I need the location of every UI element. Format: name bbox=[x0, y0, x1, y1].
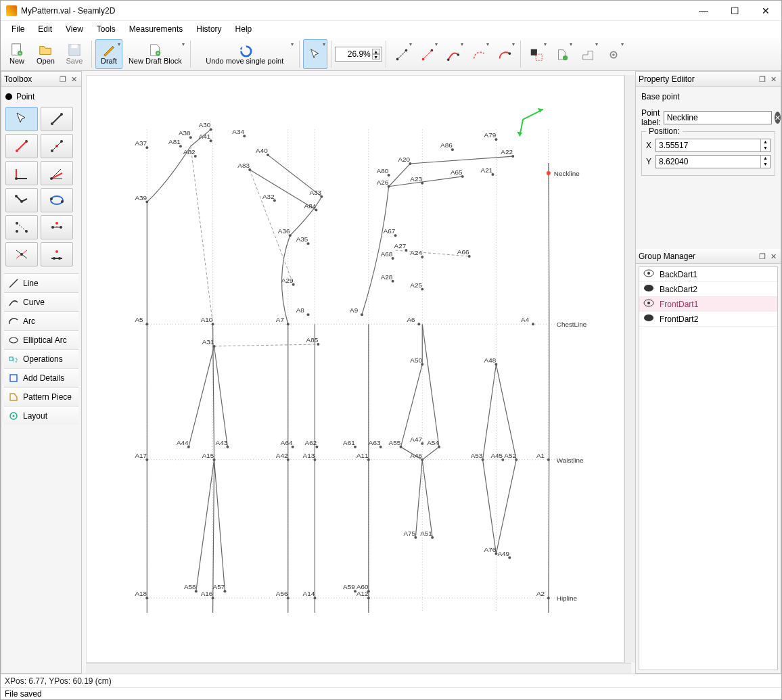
x-input[interactable] bbox=[659, 141, 760, 150]
svg-line-21 bbox=[52, 114, 62, 124]
tool-shoulder[interactable] bbox=[5, 188, 38, 212]
menu-file[interactable]: File bbox=[5, 22, 31, 36]
svg-text:A67: A67 bbox=[384, 227, 396, 235]
visibility-icon[interactable] bbox=[643, 314, 654, 324]
minimize-button[interactable]: — bbox=[688, 1, 719, 21]
toolbox-dock: Toolbox ❐ ✕ Point Line Curve bbox=[1, 71, 82, 674]
gm-float-icon[interactable]: ❐ bbox=[758, 252, 767, 261]
clear-label-icon[interactable]: ✕ bbox=[775, 112, 781, 124]
open-button[interactable]: Open bbox=[32, 39, 60, 69]
cat-operations[interactable]: Operations bbox=[4, 349, 78, 368]
close-button[interactable]: ✕ bbox=[750, 1, 781, 21]
group-tool[interactable]: ▾ bbox=[524, 39, 549, 69]
menu-measurements[interactable]: Measurements bbox=[122, 22, 189, 36]
groupmgr-title: Group Manager bbox=[639, 252, 695, 261]
menu-history[interactable]: History bbox=[189, 22, 228, 36]
point-label-input[interactable] bbox=[664, 111, 772, 124]
property-header[interactable]: Property Ediitor ❐ ✕ bbox=[636, 72, 781, 87]
y-label: Y bbox=[646, 157, 656, 166]
visibility-icon[interactable] bbox=[643, 299, 654, 309]
svg-point-36 bbox=[15, 195, 18, 197]
tool-intersect-curve[interactable] bbox=[41, 188, 73, 212]
svg-point-40 bbox=[61, 200, 64, 203]
tool-xy[interactable] bbox=[41, 215, 73, 239]
vertical-scrollbar[interactable] bbox=[624, 75, 635, 663]
group-name: BackDart2 bbox=[660, 285, 697, 294]
zoom-up[interactable]: ▲ bbox=[372, 49, 380, 54]
svg-text:A75: A75 bbox=[403, 530, 415, 537]
drawing-canvas[interactable]: ChestLineWaistlineHiplineNecklineA37A39A… bbox=[86, 75, 624, 663]
new-button[interactable]: New bbox=[3, 39, 30, 69]
prop-float-icon[interactable]: ❐ bbox=[758, 74, 767, 84]
cat-arc[interactable]: Arc bbox=[4, 311, 78, 330]
menu-help[interactable]: Help bbox=[229, 22, 259, 36]
new-draft-block-button[interactable]: ▾New Draft Block bbox=[124, 39, 187, 69]
toolbox-section-header[interactable]: Point bbox=[4, 89, 78, 104]
detail-tool[interactable]: ▾ bbox=[550, 39, 574, 69]
zoom-box[interactable]: ▲▼ bbox=[335, 47, 382, 62]
group-item[interactable]: BackDart2 bbox=[639, 282, 777, 297]
dock-float-icon[interactable]: ❐ bbox=[58, 74, 68, 84]
zoom-input[interactable] bbox=[337, 49, 371, 59]
line-tool-1[interactable]: ▾ bbox=[390, 39, 414, 69]
cat-pattern-piece[interactable]: Pattern Piece bbox=[4, 387, 78, 406]
tool-midpoint[interactable] bbox=[41, 134, 73, 158]
arc-tool-2[interactable]: ▾ bbox=[492, 39, 517, 69]
pointer-tool-button[interactable]: ▾ bbox=[303, 39, 327, 69]
tool-bisector[interactable] bbox=[41, 161, 73, 185]
svg-text:Hipline: Hipline bbox=[557, 594, 578, 602]
svg-line-7 bbox=[397, 50, 406, 59]
cat-layout[interactable]: Layout bbox=[4, 406, 78, 425]
dock-close-icon[interactable]: ✕ bbox=[69, 74, 78, 84]
svg-text:A43: A43 bbox=[216, 439, 228, 446]
undo-button[interactable]: ▾Undo move single point bbox=[194, 39, 296, 69]
group-list[interactable]: BackDart1BackDart2FrontDart1FrontDart2 bbox=[639, 266, 778, 670]
group-item[interactable]: FrontDart1 bbox=[639, 297, 777, 312]
svg-text:A79: A79 bbox=[484, 131, 497, 139]
horizontal-scrollbar[interactable] bbox=[86, 663, 631, 674]
draft-mode-button[interactable]: ▾Draft bbox=[95, 39, 122, 69]
line-tool-2[interactable]: ▾ bbox=[415, 39, 440, 69]
arc-tool-1[interactable]: ▾ bbox=[467, 39, 491, 69]
tool-intersect-lines[interactable] bbox=[5, 242, 38, 266]
y-input[interactable] bbox=[659, 157, 760, 166]
tool-point-along[interactable] bbox=[5, 134, 38, 158]
svg-text:A9: A9 bbox=[350, 306, 359, 314]
svg-point-226 bbox=[532, 323, 534, 325]
zoom-down[interactable]: ▼ bbox=[372, 54, 380, 60]
tool-point-end[interactable] bbox=[41, 107, 73, 131]
svg-text:A44: A44 bbox=[177, 439, 189, 446]
svg-point-16 bbox=[563, 55, 568, 60]
groupmgr-header[interactable]: Group Manager ❐ ✕ bbox=[636, 249, 781, 264]
visibility-icon[interactable] bbox=[643, 269, 654, 279]
svg-text:Neckline: Neckline bbox=[554, 170, 580, 177]
svg-point-237 bbox=[644, 314, 653, 321]
tool-perp[interactable] bbox=[5, 161, 38, 185]
cat-details[interactable]: Add Details bbox=[4, 368, 78, 387]
tool-normal[interactable] bbox=[41, 242, 73, 266]
menu-tools[interactable]: Tools bbox=[90, 22, 122, 36]
cat-curve[interactable]: Curve bbox=[4, 292, 78, 311]
svg-text:A38: A38 bbox=[179, 129, 191, 137]
cat-elliptical[interactable]: Elliptical Arc bbox=[4, 330, 78, 349]
svg-text:A29: A29 bbox=[281, 277, 294, 284]
visibility-icon[interactable] bbox=[643, 284, 654, 294]
group-item[interactable]: FrontDart2 bbox=[639, 312, 777, 327]
maximize-button[interactable]: ☐ bbox=[719, 1, 750, 21]
svg-text:A82: A82 bbox=[183, 148, 196, 156]
piece-tool[interactable]: ▾ bbox=[576, 39, 600, 69]
cat-line[interactable]: Line bbox=[4, 273, 78, 292]
svg-point-37 bbox=[20, 200, 23, 203]
menu-edit[interactable]: Edit bbox=[31, 22, 59, 36]
group-item[interactable]: BackDart1 bbox=[639, 267, 777, 282]
settings-tool[interactable]: ▾ bbox=[601, 39, 626, 69]
svg-text:A57: A57 bbox=[213, 583, 225, 590]
curve-tool-1[interactable]: ▾ bbox=[441, 39, 465, 69]
prop-close-icon[interactable]: ✕ bbox=[768, 74, 778, 84]
gm-close-icon[interactable]: ✕ bbox=[768, 252, 778, 261]
save-button[interactable]: Save bbox=[61, 39, 88, 69]
tool-pointer[interactable] bbox=[5, 107, 38, 131]
tool-triangle[interactable] bbox=[5, 215, 38, 239]
menu-view[interactable]: View bbox=[59, 22, 90, 36]
toolbox-header[interactable]: Toolbox ❐ ✕ bbox=[1, 72, 81, 87]
